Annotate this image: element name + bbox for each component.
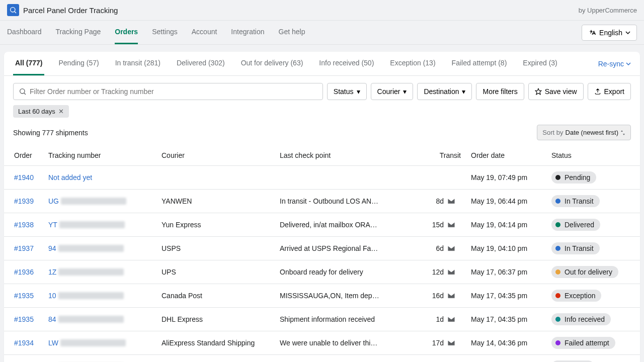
nav-item-get-help[interactable]: Get help	[279, 21, 305, 44]
tab-status[interactable]: Exception (13)	[388, 52, 437, 75]
nav-item-dashboard[interactable]: Dashboard	[7, 21, 42, 44]
date-cell: May 19, 07:49 pm	[466, 166, 546, 190]
tab-status[interactable]: In transit (281)	[113, 52, 163, 75]
tab-status[interactable]: Out for delivery (63)	[239, 52, 305, 75]
nav-item-settings[interactable]: Settings	[152, 21, 178, 44]
status-badge: Exception	[551, 290, 601, 302]
tab-status[interactable]: Expired (3)	[521, 52, 559, 75]
search-input[interactable]	[27, 83, 317, 100]
resync-link[interactable]: Re-sync	[598, 60, 631, 68]
order-link[interactable]: #1935	[14, 292, 34, 300]
more-filters-button[interactable]: More filters	[476, 83, 524, 100]
transit-cell	[423, 166, 466, 190]
transit-cell: 15d	[423, 213, 466, 237]
status-badge: Failed attempt	[551, 337, 615, 349]
tracking-link[interactable]: LW	[48, 339, 151, 347]
checkpoint-cell: MISSISSAUGA,ON, Item departed	[275, 284, 423, 308]
transit-cell: 6d	[423, 237, 466, 260]
language-selector[interactable]: English	[582, 25, 637, 41]
nav-item-orders[interactable]: Orders	[115, 21, 138, 44]
tab-status[interactable]: Info received (50)	[317, 52, 376, 75]
tracking-link[interactable]: 84	[48, 315, 151, 323]
nav-items: DashboardTracking PageOrdersSettingsAcco…	[7, 21, 305, 44]
app-title: Parcel Panel Order Tracking	[23, 6, 118, 15]
nav-item-integration[interactable]: Integration	[231, 21, 264, 44]
destination-filter[interactable]: Destination▾	[417, 83, 472, 100]
checkpoint-cell: In transit - Outbound LOS ANGELES…	[275, 190, 423, 213]
sort-button[interactable]: Sort by Date (newest first)	[537, 125, 631, 140]
order-link[interactable]: #1940	[14, 173, 34, 182]
caret-down-icon: ▾	[403, 87, 407, 96]
star-icon	[535, 88, 542, 95]
transit-cell: 16d	[423, 284, 466, 308]
table-row: #193457FedexDelivery option requested Ho…	[4, 355, 640, 363]
tab-status[interactable]: Delivered (302)	[175, 52, 227, 75]
order-link[interactable]: #1938	[14, 221, 34, 229]
checkpoint-cell	[275, 166, 423, 190]
tab-status[interactable]: Pending (57)	[56, 52, 101, 75]
transit-cell: 1d	[423, 308, 466, 331]
column-header: Last check point	[275, 145, 423, 166]
transit-cell: 12d	[423, 260, 466, 284]
table-row: #1934LWAliExpress Standard ShippingWe we…	[4, 331, 640, 355]
date-range-chip[interactable]: Last 60 days ✕	[13, 105, 69, 118]
filters-row: Status▾ Courier▾ Destination▾ More filte…	[4, 76, 640, 105]
active-filters: Last 60 days ✕	[4, 105, 640, 123]
tracking-link[interactable]: UG	[48, 197, 151, 205]
checkpoint-cell: Onboard ready for delivery	[275, 260, 423, 284]
mail-icon	[447, 245, 456, 252]
courier-cell: Fedex	[156, 355, 275, 363]
svg-marker-4	[535, 88, 541, 95]
courier-cell: USPS	[156, 237, 275, 260]
search-icon	[19, 87, 27, 96]
tracking-link[interactable]: 10	[48, 292, 151, 300]
order-link[interactable]: #1936	[14, 268, 34, 276]
nav-item-tracking-page[interactable]: Tracking Page	[56, 21, 101, 44]
tab-status[interactable]: Failed attempt (8)	[450, 52, 509, 75]
date-cell: May 19, 04:14 pm	[466, 213, 546, 237]
courier-cell: AliExpress Standard Shipping	[156, 331, 275, 355]
transit-cell: 34d	[423, 355, 466, 363]
save-view-button[interactable]: Save view	[528, 83, 584, 100]
status-badge: In Transit	[551, 242, 600, 254]
status-badge: Out for delivery	[551, 266, 618, 278]
export-button[interactable]: Export	[588, 83, 631, 100]
status-filter[interactable]: Status▾	[327, 83, 367, 100]
order-link[interactable]: #1934	[14, 339, 34, 347]
date-cell: May 19, 04:10 pm	[466, 237, 546, 260]
tracking-link[interactable]: Not added yet	[48, 173, 92, 182]
status-badge: Info received	[551, 313, 611, 325]
chevron-down-icon	[626, 61, 631, 66]
order-link[interactable]: #1937	[14, 244, 34, 252]
tab-status[interactable]: All (777)	[13, 52, 44, 75]
table-body: #1940Not added yetMay 19, 07:49 pmPendin…	[4, 166, 640, 363]
column-header: Courier	[156, 145, 275, 166]
translate-icon	[588, 29, 596, 37]
date-cell: May 14, 04:36 pm	[466, 355, 546, 363]
upload-icon	[594, 88, 601, 95]
order-link[interactable]: #1935	[14, 315, 34, 323]
status-badge: Pending	[551, 171, 596, 184]
column-header: Status	[546, 145, 640, 166]
orders-card: All (777)Pending (57)In transit (281)Del…	[4, 52, 640, 362]
column-header: Transit	[423, 145, 466, 166]
tracking-link[interactable]: YT	[48, 221, 151, 229]
courier-filter[interactable]: Courier▾	[371, 83, 414, 100]
language-label: English	[599, 29, 622, 37]
nav-item-account[interactable]: Account	[192, 21, 217, 44]
tracking-link[interactable]: 1Z	[48, 268, 151, 276]
date-cell: May 17, 06:37 pm	[466, 260, 546, 284]
app-logo	[7, 4, 19, 16]
close-icon[interactable]: ✕	[58, 108, 64, 115]
result-count: Showing 777 shipments	[13, 129, 88, 137]
byline: by UpperCommerce	[579, 7, 637, 14]
main-nav: DashboardTracking PageOrdersSettingsAcco…	[0, 21, 644, 45]
courier-cell	[156, 166, 275, 190]
tracking-link[interactable]: 94	[48, 244, 151, 252]
courier-cell: Yun Express	[156, 213, 275, 237]
table-row: #1940Not added yetMay 19, 07:49 pmPendin…	[4, 166, 640, 190]
order-link[interactable]: #1939	[14, 197, 34, 205]
search-box[interactable]	[13, 83, 323, 100]
table-row: #1939UGYANWENIn transit - Outbound LOS A…	[4, 190, 640, 213]
checkpoint-cell: Shipment information received	[275, 308, 423, 331]
